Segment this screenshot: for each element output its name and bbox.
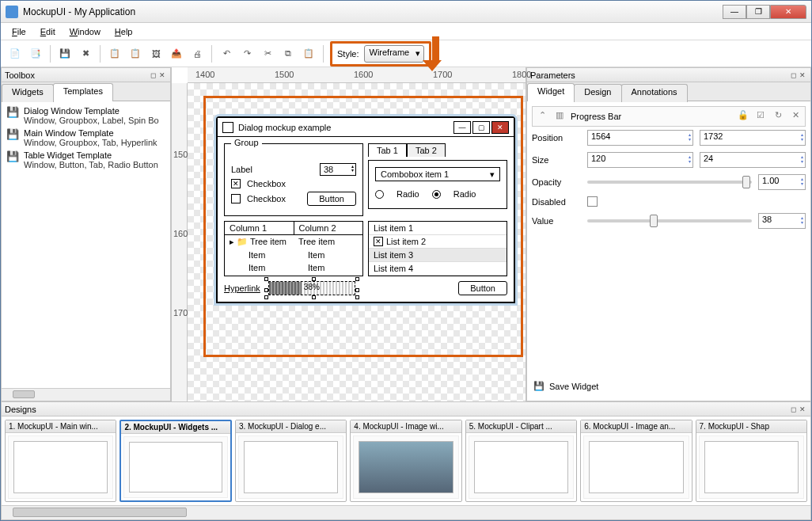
style-dropdown[interactable]: Wireframe [364,45,425,63]
mock-groupbox[interactable]: Group Label38 ✕Checkbox CheckboxButton [224,143,363,216]
widget-name: Progress Bar [571,112,621,121]
cut-icon[interactable]: ✂ [258,44,277,63]
tab-widgets[interactable]: Widgets [2,84,54,102]
style-selector-group: Style: Wireframe [330,41,431,67]
paste-icon[interactable]: 📋 [299,44,318,63]
lock-icon[interactable]: 🔓 [737,110,749,123]
mockup-dialog[interactable]: Dialog mockup example — ▢ ✕ Group Label3… [216,116,515,303]
dock-icon[interactable]: ◻ [788,405,798,414]
ruler-horizontal: 1400 1500 1600 1700 1800 [188,67,526,83]
position-x-input[interactable]: 1564 [587,130,693,146]
mock-table[interactable]: Column 1Column 2 ▸ 📁 Tree itemTree item … [224,221,363,276]
parameters-panel: Parameters ◻ ✕ Widget Design Annotations… [526,67,811,401]
close-button[interactable]: ✕ [770,5,806,19]
reset-icon[interactable]: ↻ [772,110,784,123]
template-item[interactable]: 💾 Table Widget TemplateWindow, Button, T… [5,149,167,171]
mock-hyperlink[interactable]: Hyperlink [224,283,260,293]
tab-design[interactable]: Design [574,84,621,102]
design-card[interactable]: 6. MockupUI - Image an... [580,420,692,502]
dup-icon[interactable]: 📋 [126,44,145,63]
delete-icon[interactable]: ✖ [76,44,95,63]
mock-button[interactable]: Button [307,192,356,206]
ruler-vertical: 1500 1600 1700 [172,83,188,401]
toolbox-title: Toolbox [5,70,35,80]
opacity-slider[interactable] [587,181,752,184]
mock-radio-selected[interactable] [432,190,441,199]
mock-combobox[interactable]: Combobox item 1 [375,167,500,181]
mock-tab[interactable]: Tab 1 [368,143,407,157]
tab-templates[interactable]: Templates [53,83,113,101]
designs-list: 1. MockupUI - Main win... 2. MockupUI - … [2,416,810,505]
style-label: Style: [337,49,359,59]
panel-close-icon[interactable]: ✕ [157,70,167,80]
new-icon[interactable]: 📄 [6,44,25,63]
panel-close-icon[interactable]: ✕ [798,70,807,80]
panel-close-icon[interactable]: ✕ [798,405,807,414]
redo-icon[interactable]: ↷ [237,44,256,63]
open-icon[interactable]: 📑 [26,44,45,63]
callout-arrow [427,36,442,71]
dock-icon[interactable]: ◻ [788,70,798,80]
copy-icon[interactable]: ⧉ [279,44,298,63]
window-title: MockupUI - My Application [23,6,723,17]
menu-bar: File Edit Window Help [1,23,811,40]
value-input[interactable]: 38 [758,213,806,229]
size-w-input[interactable]: 120 [587,152,693,168]
menu-window[interactable]: Window [63,25,107,38]
mock-progressbar-selected[interactable]: 38% [268,281,355,295]
save-widget-link[interactable]: Save Widget [549,382,598,391]
mock-listbox[interactable]: List item 1 ✕List item 2 List item 3 Lis… [368,221,507,276]
opacity-input[interactable]: 1.00 [758,174,806,190]
visible-icon[interactable]: ☑ [754,110,767,123]
value-slider[interactable] [587,219,752,222]
menu-file[interactable]: File [6,25,32,38]
save-template-icon: 💾 [6,128,19,141]
mock-minimize-icon[interactable]: — [453,121,471,134]
dock-icon[interactable]: ◻ [148,70,157,80]
main-toolbar: 📄 📑 💾 ✖ 📋 📋 🖼 📤 🖨 ↶ ↷ ✂ ⧉ 📋 Style: Wiref… [1,40,811,67]
mock-close-icon[interactable]: ✕ [491,121,509,134]
print-icon[interactable]: 🖨 [188,44,207,63]
export-icon[interactable]: 📤 [167,44,186,63]
minimize-button[interactable]: — [723,5,746,19]
undo-icon[interactable]: ↶ [217,44,236,63]
mock-checkbox[interactable] [231,194,241,203]
design-card[interactable]: 3. MockupUI - Dialog e... [235,420,347,502]
disabled-checkbox[interactable] [587,196,598,207]
copy-page-icon[interactable]: 📋 [105,44,124,63]
mock-tab[interactable]: Tab 2 [407,143,446,157]
design-card[interactable]: 2. MockupUI - Widgets ... [120,420,232,502]
collapse-icon[interactable]: ⌃ [536,110,548,123]
maximize-button[interactable]: ❐ [746,5,770,19]
menu-edit[interactable]: Edit [34,25,62,38]
template-item[interactable]: 💾 Dialog Window TemplateWindow, Groupbox… [5,105,167,127]
mock-radio[interactable] [375,190,384,199]
designs-panel: Designs ◻ ✕ 1. MockupUI - Main win... 2.… [1,401,811,520]
delete-widget-icon[interactable]: ✕ [789,110,802,123]
mock-button[interactable]: Button [458,281,507,295]
mock-checkbox-checked[interactable]: ✕ [231,179,241,188]
template-item[interactable]: 💾 Main Window TemplateWindow, Groupbox, … [5,127,167,149]
designs-scrollbar[interactable] [2,505,810,519]
canvas[interactable]: Dialog mockup example — ▢ ✕ Group Label3… [188,83,526,401]
image-icon[interactable]: 🖼 [146,44,165,63]
save-template-icon: 💾 [6,150,19,163]
file-icon [222,122,233,133]
design-card[interactable]: 5. MockupUI - Clipart ... [465,420,577,502]
parameters-title: Parameters [530,70,575,80]
design-card[interactable]: 1. MockupUI - Main win... [5,420,116,502]
design-card[interactable]: 4. MockupUI - Image wi... [350,420,461,502]
tab-annotations[interactable]: Annotations [621,84,688,102]
design-card[interactable]: 7. MockupUI - Shap [696,420,807,502]
app-icon [6,6,18,18]
widget-header: ⌃ ▥ Progress Bar 🔓 ☑ ↻ ✕ [532,106,806,127]
toolbox-panel: Toolbox ◻ ✕ Widgets Templates 💾 Dialog W… [1,67,171,401]
menu-help[interactable]: Help [108,25,139,38]
position-y-input[interactable]: 1732 [700,130,806,146]
size-h-input[interactable]: 24 [700,152,806,168]
mock-spinbox[interactable]: 38 [320,163,356,176]
mock-maximize-icon[interactable]: ▢ [472,121,490,134]
toolbox-scrollbar[interactable] [2,388,170,401]
save-icon[interactable]: 💾 [55,44,74,63]
tab-widget[interactable]: Widget [527,83,575,101]
